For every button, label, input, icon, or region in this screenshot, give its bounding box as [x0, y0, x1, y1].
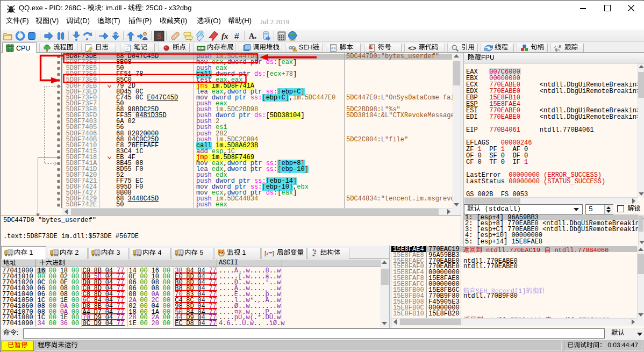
- svg-text:<>: <>: [408, 45, 417, 52]
- svg-text:=]: =]: [269, 250, 274, 256]
